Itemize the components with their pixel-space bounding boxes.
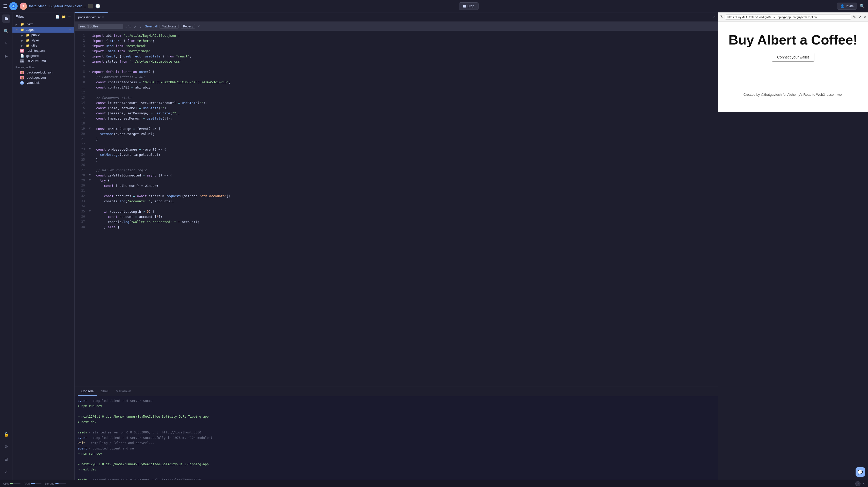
help-button[interactable]: ? <box>855 481 861 486</box>
code-line-20: 20 setName(event.target.value); <box>74 131 718 137</box>
preview-open-icon[interactable]: ↗ <box>858 15 862 20</box>
chevron-right-icon: ▶ <box>21 44 24 47</box>
editor-maximize-icon[interactable]: ⤢ <box>713 15 718 19</box>
ram-label: RAM <box>24 482 30 485</box>
code-line-18: 18 <box>74 121 718 126</box>
code-line-22: 22 <box>74 142 718 147</box>
history-icon[interactable]: 🕐 <box>95 4 100 8</box>
tab-markdown[interactable]: Markdown <box>112 387 135 396</box>
tab-shell[interactable]: Shell <box>97 387 112 396</box>
editor-tabs: pages/index.jsx × ⤢ <box>74 12 718 22</box>
code-line-10: 10 const contractAddress = "0xDBa03676a2… <box>74 80 718 85</box>
sidebar-item-check[interactable]: ✓ <box>2 467 10 476</box>
code-editor[interactable]: 1 import abi from '../utils/BuyMeACoffee… <box>74 31 718 387</box>
tree-label: public <box>31 33 40 37</box>
chat-bubble[interactable]: 💬 <box>856 467 865 477</box>
tree-item-public[interactable]: ▶ 📁 public <box>12 33 74 38</box>
search-nav: ∧ ∨ <box>133 24 143 29</box>
console-line: > next12@0.1.0 dev /home/runner/BuyMeACo… <box>78 414 715 419</box>
code-line-11: 11 const contractABI = abi.abi; <box>74 85 718 90</box>
tree-label: .next <box>26 23 33 26</box>
folder-icon: 📁 <box>26 33 30 37</box>
match-case-button[interactable]: Match case <box>159 24 179 29</box>
close-search-button[interactable]: × <box>197 24 200 29</box>
code-line-35: 35 ▼ if (accounts.length > 0) { <box>74 209 718 214</box>
preview-close-icon[interactable]: × <box>864 15 866 20</box>
tree-item-readme[interactable]: MD README.md <box>12 59 74 64</box>
code-line-38: 38 } else { <box>74 225 718 230</box>
code-line-17: 17 const [memos, setMemos] = useState([]… <box>74 116 718 121</box>
tree-item-eslint[interactable]: ES .eslintrc.json <box>12 48 74 53</box>
more-options-icon[interactable]: ⋯ <box>68 15 71 19</box>
tree-item-gitignore[interactable]: 📄 .gitignore <box>12 53 74 59</box>
pkg-lock-icon: 📦 <box>20 71 24 74</box>
tree-item-styles[interactable]: ▶ 📁 styles <box>12 38 74 43</box>
search-icon[interactable]: 🔍 <box>860 4 865 8</box>
tab-console[interactable]: Console <box>78 387 97 396</box>
statusbar-right: ? ∧ <box>855 481 865 486</box>
code-line-29: 29 ▼ try { <box>74 178 718 183</box>
storage-progress-wrap <box>55 483 66 484</box>
brand-logo[interactable] <box>9 2 18 10</box>
search-prev-btn[interactable]: ∧ <box>133 24 137 29</box>
search-input[interactable] <box>80 25 121 28</box>
breadcrumb-project[interactable]: BuyMeACoffee - Solidi... <box>50 4 86 8</box>
sidebar-item-extensions[interactable]: ⊞ <box>2 455 10 463</box>
code-line-34: 34 <box>74 204 718 209</box>
preview-created-text: Created by @thatguytech for Alchemy's Ro… <box>743 93 843 102</box>
new-folder-icon[interactable]: 📁 <box>62 15 66 19</box>
tree-item-yarn[interactable]: Y yarn.lock <box>12 80 74 86</box>
code-line-36: 36 const account = accounts[0]; <box>74 214 718 220</box>
pkg-icon: 📦 <box>20 76 24 79</box>
storage-progress-bar <box>55 483 59 484</box>
statusbar: CPU RAM Storage ? ∧ <box>0 480 868 487</box>
sidebar-item-search[interactable]: 🔍 <box>2 27 10 35</box>
avatar[interactable]: T <box>20 3 27 10</box>
invite-button[interactable]: 👤 Invite <box>837 3 857 9</box>
tree-label: pages <box>26 28 34 32</box>
sidebar-item-lock[interactable]: 🔒 <box>2 430 10 439</box>
sidebar-item-git[interactable]: ⑂ <box>2 39 10 47</box>
code-line-37: 37 console.log("wallet is connected! " +… <box>74 220 718 225</box>
preview-pane: ↻ https://BuyMeACoffee-Solidity-DeFi-Tip… <box>718 12 868 112</box>
chevron-right-icon: ▶ <box>16 23 19 26</box>
new-file-icon[interactable]: 📄 <box>55 15 60 19</box>
breadcrumb-user[interactable]: thatguytech <box>29 4 46 8</box>
topbar: ☰ T thatguytech / BuyMeACoffee - Solidi.… <box>0 0 868 12</box>
tab-index-jsx[interactable]: pages/index.jsx × <box>74 12 108 22</box>
chevron-right-icon: ▶ <box>21 39 24 42</box>
person-icon: 👤 <box>840 4 844 8</box>
right-panel: ↻ https://BuyMeACoffee-Solidity-DeFi-Tip… <box>718 12 868 480</box>
sidebar-item-files[interactable] <box>2 14 10 23</box>
square-icon[interactable]: ⬛ <box>88 4 93 8</box>
chevron-up-icon[interactable]: ∧ <box>863 482 865 485</box>
more-icon[interactable]: ⋯ <box>68 28 71 32</box>
invite-label: Invite <box>846 4 854 8</box>
yarn-icon: Y <box>20 81 24 85</box>
tree-item-package-lock[interactable]: 📦 package-lock.json <box>12 70 74 75</box>
regexp-button[interactable]: Regexp <box>181 24 195 29</box>
console-tabs: Console Shell Markdown <box>74 387 718 396</box>
cpu-progress-wrap <box>10 483 21 484</box>
search-next-btn[interactable]: ∨ <box>138 24 143 29</box>
preview-toolbar: ↻ https://BuyMeACoffee-Solidity-DeFi-Tip… <box>718 12 868 22</box>
tree-item-package[interactable]: 📦 package.json <box>12 75 74 80</box>
select-all-button[interactable]: Select all <box>145 25 157 28</box>
tree-item-utils[interactable]: ▶ 📁 utils <box>12 43 74 48</box>
stop-button[interactable]: Stop <box>459 2 479 10</box>
tree-item-pages[interactable]: ▼ 📁 pages ⋯ <box>12 27 74 33</box>
tab-close-icon[interactable]: × <box>102 15 104 19</box>
hamburger-icon[interactable]: ☰ <box>3 3 7 9</box>
connect-wallet-button[interactable]: Connect your wallet <box>772 53 814 62</box>
cpu-status: CPU <box>3 482 21 485</box>
preview-refresh-button[interactable]: ↻ <box>720 14 723 20</box>
code-line-33: 33 console.log("accounts: ", accounts); <box>74 199 718 204</box>
tree-item-next[interactable]: ▶ 📁 .next <box>12 22 74 27</box>
preview-edit-icon[interactable]: ✎ <box>853 15 856 20</box>
sidebar-item-settings[interactable]: ⚙ <box>2 443 10 451</box>
sidebar-item-run[interactable]: ▶ <box>2 52 10 60</box>
storage-label: Storage <box>44 482 55 485</box>
preview-url-input[interactable]: https://BuyMeACoffee-Solidity-DeFi-Tippi… <box>725 14 851 20</box>
code-line-2: 2 import { ethers } from "ethers"; <box>74 38 718 43</box>
code-line-9: 9 // Contract Address & ABI <box>74 74 718 80</box>
